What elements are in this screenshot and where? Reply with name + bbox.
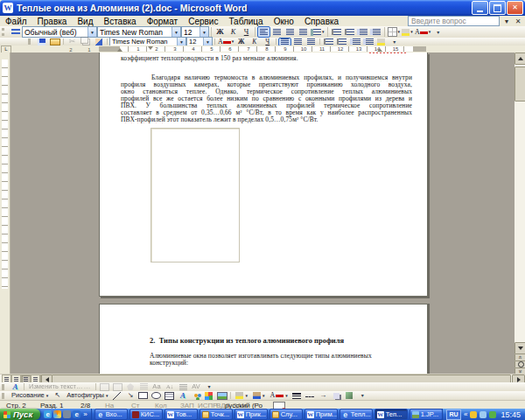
font-color-button-2-dropdown-icon[interactable]: ▾ [232, 39, 234, 44]
font-color-button[interactable]: А▾ [414, 26, 431, 38]
ask-question-input[interactable]: Введите вопрос [408, 16, 500, 26]
empty-image-frame[interactable] [150, 128, 240, 262]
language-indicator[interactable]: RU [446, 410, 461, 420]
font-combo-2-arrow-icon[interactable]: ▼ [177, 38, 186, 46]
align-justify-button[interactable] [297, 26, 310, 38]
menu-insert[interactable]: Вставка [98, 17, 141, 26]
underline-button[interactable]: Ч [240, 26, 253, 38]
style-combo-arrow-icon[interactable]: ▼ [88, 27, 96, 37]
vertical-scrollbar[interactable]: « « [514, 52, 525, 374]
menu-table[interactable]: Таблица [223, 17, 268, 26]
italic-button[interactable]: К [227, 26, 240, 38]
italic-button-2[interactable]: К [248, 38, 261, 46]
menu-tools[interactable]: Сервис [183, 17, 223, 26]
taskbar-task-button[interactable]: WТеп... [374, 409, 408, 420]
numbered-list-button-2[interactable] [322, 38, 335, 46]
line-color-button[interactable]: ▾ [250, 391, 268, 401]
diagram-button[interactable] [189, 391, 202, 401]
align-left-button[interactable] [257, 26, 270, 38]
toolbar-options-icon-2[interactable] [388, 38, 401, 46]
increase-indent-button[interactable] [369, 26, 382, 38]
scroll-down-icon[interactable] [514, 342, 525, 354]
menu-view[interactable]: Вид [72, 17, 98, 26]
increase-indent-button-2[interactable] [361, 38, 374, 46]
right-indent-marker[interactable] [377, 48, 382, 52]
quick-launch-overflow-icon[interactable]: » [83, 410, 87, 418]
clip-art-button[interactable] [202, 391, 215, 401]
tray-chevron-icon[interactable]: « [464, 410, 467, 418]
highlight-button[interactable]: ▾ [401, 26, 414, 38]
taskbar-task-button[interactable]: WПрик... [234, 409, 268, 420]
insert-wordart-button[interactable]: А [9, 382, 22, 392]
align-right-button[interactable] [284, 26, 297, 38]
toolbar-options-icon[interactable]: ▾ [502, 18, 511, 25]
font-color-button-3[interactable]: А▾ [268, 391, 290, 401]
font-size-combo-arrow-icon[interactable]: ▼ [200, 27, 208, 37]
quick-launch-browser-icon[interactable]: e [73, 410, 80, 418]
toolbar-options-icon-3[interactable] [203, 382, 216, 392]
oval-button[interactable] [150, 391, 163, 401]
align-center-button[interactable] [270, 26, 284, 38]
bullet-list-button[interactable] [343, 26, 356, 38]
format-painter-button[interactable] [92, 38, 105, 46]
quick-launch-ie-icon[interactable]: e [44, 410, 52, 418]
taskbar-task-button[interactable]: eВхо... [94, 409, 128, 420]
line-style-button[interactable] [290, 391, 304, 401]
taskbar-task-button[interactable]: WТов... [164, 409, 198, 420]
underline-button-2[interactable]: Ч [261, 38, 274, 46]
horizontal-ruler[interactable]: L 123456789101112131415 21 [0, 46, 525, 52]
vertical-scroll-thumb[interactable] [514, 66, 525, 102]
select-objects-button[interactable] [51, 391, 64, 401]
highlight-button-2[interactable] [374, 38, 388, 46]
align-right-button-2[interactable] [304, 38, 318, 46]
open-button[interactable] [48, 38, 61, 46]
toolbar-grip[interactable] [2, 393, 7, 399]
taskbar-task-button[interactable]: WПрим... [304, 409, 338, 420]
menu-edit[interactable]: Правка [32, 17, 73, 26]
taskbar-task-button[interactable]: Слу... [270, 409, 303, 420]
font-combo-arrow-icon[interactable]: ▼ [172, 27, 180, 37]
rectangle-button[interactable] [136, 391, 150, 401]
line-spacing-button-dropdown-icon[interactable]: ▾ [322, 30, 325, 34]
autoshapes-menu-button-dropdown-icon[interactable]: ▾ [106, 394, 108, 398]
borders-button-dropdown-icon[interactable]: ▾ [398, 30, 401, 34]
font-size-combo-2-arrow-icon[interactable]: ▼ [203, 38, 212, 46]
taskbar-task-button[interactable]: eТепл... [340, 409, 373, 420]
toolbar-grip[interactable] [2, 28, 7, 36]
tray-antivirus-icon[interactable] [489, 411, 496, 418]
picture-button[interactable] [215, 391, 228, 401]
font-color-button-dropdown-icon[interactable]: ▾ [429, 30, 431, 34]
taskbar-task-button[interactable]: Точк... [200, 409, 233, 420]
tray-network-icon[interactable] [480, 411, 486, 418]
first-line-indent-marker[interactable] [148, 46, 153, 50]
restore-button[interactable] [489, 1, 506, 15]
shadow-style-button[interactable] [330, 391, 343, 401]
arrow-button[interactable] [123, 391, 136, 401]
font-color-button-3-dropdown-icon[interactable]: ▾ [285, 394, 288, 398]
menu-file[interactable]: Файл [0, 17, 32, 26]
arrow-style-button[interactable] [317, 391, 330, 401]
minimize-button[interactable] [472, 1, 488, 15]
drawing-menu-button[interactable]: Рисование▾ [9, 391, 51, 401]
fill-color-button[interactable]: ▾ [233, 391, 250, 401]
text-box-button[interactable] [163, 391, 176, 401]
bold-button[interactable]: Ж [214, 26, 227, 38]
quick-launch-media-icon[interactable] [53, 410, 61, 418]
menu-window[interactable]: Окно [269, 17, 299, 26]
toolbar-options-icon[interactable] [431, 26, 444, 38]
tray-update-icon[interactable] [470, 411, 477, 418]
quick-launch-mail-icon[interactable] [63, 410, 71, 418]
taskbar-task-button[interactable]: КИС... [130, 409, 163, 420]
start-button[interactable]: Пуск [0, 409, 40, 420]
taskbar-task-button[interactable]: 1.JP... [410, 409, 442, 420]
font-color-button-2[interactable]: А▾ [217, 38, 234, 46]
menu-format[interactable]: Формат [142, 17, 184, 26]
bold-button-2[interactable]: Ж [234, 38, 248, 46]
close-button[interactable]: ✕ [507, 1, 523, 15]
align-center-button-2[interactable] [291, 38, 304, 46]
line-spacing-button[interactable]: ▾ [310, 26, 326, 38]
toolbar-grip[interactable] [2, 384, 7, 390]
hanging-indent-marker[interactable] [117, 48, 122, 52]
document-page-2[interactable]: 2. Типы конструкции из теплого алюминиев… [99, 304, 428, 374]
menu-help[interactable]: Справка [299, 17, 344, 26]
